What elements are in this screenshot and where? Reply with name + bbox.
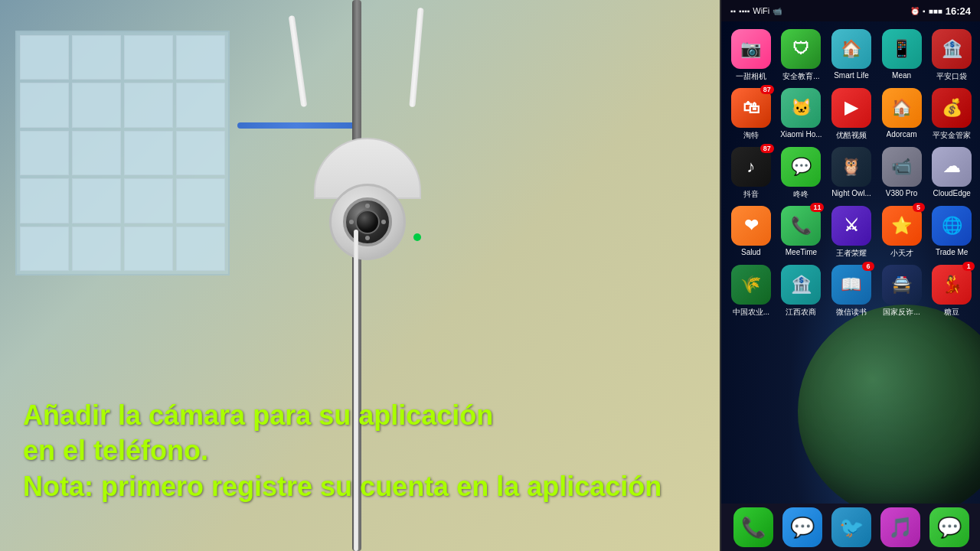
app-label-anquan: 安全教育... [782,71,819,82]
app-icon-pingan2: 💰 [932,88,972,128]
app-icon-xiaomiho: 🐱 [781,88,821,128]
app-item-douyin[interactable]: ♪87抖音 [727,147,775,200]
app-label-pingan: 平安口袋 [936,71,967,82]
status-bar: ▪▪ ▪▪▪▪ WiFi 📹 ⏰ ▪ ■■■ 16:24 [721,0,980,21]
overlay-line3: Nota: primero registre su cuenta en la a… [23,469,662,505]
app-item-guojia[interactable]: 🚔国家反诈... [878,265,926,318]
app-item-taote[interactable]: 🛍87淘特 [727,88,775,141]
dock-item-wechat[interactable]: 💬 [929,507,969,547]
led-dot-left [349,220,354,224]
camera-body [299,138,436,245]
dock-item-browser[interactable]: 🐦 [831,507,871,547]
app-badge-yangdou: 1 [962,262,975,271]
alarm-icon: ⏰ [910,7,920,15]
app-item-pingan[interactable]: 🏦平安口袋 [928,29,975,82]
app-label-adorcam: Adorcam [887,130,917,139]
app-icon-anquan: 🛡 [781,29,821,69]
app-label-guojia: 国家反诈... [883,307,920,318]
app-label-pingan2: 平安金管家 [933,130,971,141]
app-icon-yangdou: 💃1 [932,265,972,305]
app-label-trademe: Trade Me [936,248,968,256]
app-icon-taote: 🛍87 [731,88,771,128]
app-icon-咚咚: 💬 [781,147,821,187]
app-item-咚咚[interactable]: 💬咚咚 [778,147,825,200]
app-icon-xiaotian: ⭐5 [882,206,922,246]
app-label-douyin: 抖音 [743,189,759,200]
app-item-yangdou[interactable]: 💃1糖豆 [928,265,975,318]
overlay-line1: Añadir la cámara para su aplicación [23,398,662,434]
app-icon-weixin: 📖6 [831,265,871,305]
led-dot-bottom [365,236,370,240]
camera-antenna-right [409,8,423,107]
app-badge-taote: 87 [760,85,774,94]
app-label-zhongguo: 中国农业... [733,307,769,318]
earth-globe-decoration [798,305,980,504]
app-item-pingan2[interactable]: 💰平安金管家 [928,88,975,141]
app-icon-zhongguo: 🌾 [731,265,771,305]
overlay-line2: en el teléfono. [23,433,662,469]
background-window [15,31,230,276]
app-icon-pingan: 🏦 [932,29,972,69]
camera-lens-inner [355,210,380,234]
phone-wallpaper: 📷一甜相机🛡安全教育...🏠Smart Life📱Mean🏦平安口袋🛍87淘特🐱… [721,21,980,504]
app-label-nightowl: Night Owl... [831,189,871,197]
app-item-wangzhe[interactable]: ⚔王者荣耀 [828,206,875,259]
led-dot-right [381,220,386,224]
dock-icon-wechat: 💬 [929,507,969,547]
signal-icon: ▪▪▪▪ [739,7,750,15]
app-badge-weixin: 6 [862,262,874,271]
app-icon-salud: ❤ [731,206,771,246]
dock-icon-browser: 🐦 [831,507,871,547]
app-label-salud: Salud [741,248,761,256]
clock: 16:24 [946,5,971,17]
app-item-yitian[interactable]: 📷一甜相机 [727,29,775,82]
app-item-anquan[interactable]: 🛡安全教育... [778,29,825,82]
app-item-xiaomiho[interactable]: 🐱Xiaomi Ho... [778,88,825,141]
app-item-zhongguo[interactable]: 🌾中国农业... [727,265,775,318]
app-icon-jiangxi: 🏦 [781,265,821,305]
status-bar-left: ▪▪ ▪▪▪▪ WiFi 📹 [730,6,782,15]
app-item-salud[interactable]: ❤Salud [727,206,775,259]
app-icon-douyin: ♪87 [731,147,771,187]
app-item-smartlife[interactable]: 🏠Smart Life [828,29,875,82]
app-item-adorcam[interactable]: 🏠Adorcam [878,88,926,141]
app-icon-trademe: 🌐 [932,206,972,246]
app-badge-meetime: 11 [810,203,824,212]
app-icon-mean: 📱 [882,29,922,69]
led-dot-top [365,204,370,208]
app-badge-xiaotian: 5 [913,203,925,212]
app-label-咚咚: 咚咚 [793,189,808,200]
camera-green-indicator [413,233,421,241]
dock-item-messages[interactable]: 💬 [782,507,822,547]
app-label-wangzhe: 王者荣耀 [836,248,867,259]
app-item-v380pro[interactable]: 📹V380 Pro [878,147,926,200]
app-icon-yitian: 📷 [731,29,771,69]
app-grid: 📷一甜相机🛡安全教育...🏠Smart Life📱Mean🏦平安口袋🛍87淘特🐱… [727,29,975,318]
app-item-xiaotian[interactable]: ⭐5小天才 [878,206,926,259]
app-item-trademe[interactable]: 🌐Trade Me [928,206,975,259]
app-item-nightowl[interactable]: 🦉Night Owl... [828,147,875,200]
app-icon-guojia: 🚔 [882,265,922,305]
app-label-smartlife: Smart Life [834,71,869,80]
app-label-meetime: MeeTime [786,248,817,256]
dock-item-phone[interactable]: 📞 [733,507,773,547]
app-icon-cloudedge: ☁ [932,147,972,187]
app-icon-v380pro: 📹 [882,147,922,187]
app-item-meetime[interactable]: 📞11MeeTime [778,206,825,259]
app-label-jiangxi: 江西农商 [786,307,816,318]
dock-icon-messages: 💬 [782,507,822,547]
video-icon: 📹 [773,7,782,15]
overlay-text: Añadir la cámara para su aplicación en e… [23,398,662,505]
camera-mount-arm [237,122,356,129]
app-item-jiangxi[interactable]: 🏦江西农商 [778,265,825,318]
app-icon-adorcam: 🏠 [882,88,922,128]
dock-item-music[interactable]: 🎵 [880,507,920,547]
app-label-weixin: 微信读书 [836,307,867,318]
wifi-icon: WiFi [753,6,769,15]
camera-turret [329,184,406,260]
app-item-weixin[interactable]: 📖6微信读书 [828,265,875,318]
app-item-cloudedge[interactable]: ☁CloudEdge [928,147,975,200]
phone-dock: 📞💬🐦🎵💬 [721,504,980,551]
app-item-mean[interactable]: 📱Mean [878,29,926,82]
app-item-youku[interactable]: ▶优酷视频 [828,88,875,141]
